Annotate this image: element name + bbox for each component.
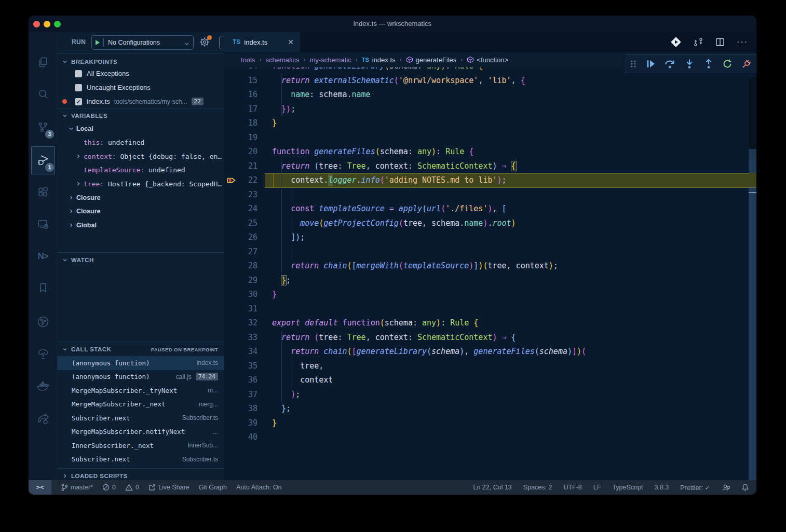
run-code-icon[interactable] xyxy=(670,36,682,48)
call-stack-frame[interactable]: (anonymous function)call.js74:24 xyxy=(57,370,224,384)
split-editor-icon[interactable] xyxy=(715,37,725,47)
code-line[interactable]: 38 }; xyxy=(224,402,756,416)
code-line[interactable]: 29 }; xyxy=(224,274,756,288)
code-line[interactable]: 33 return (tree: Tree, context: Schemati… xyxy=(224,331,756,345)
breadcrumb-item[interactable]: tools xyxy=(241,56,255,64)
code-line[interactable]: 26 ]); xyxy=(224,230,756,245)
code-line[interactable]: 16 name: schema.name xyxy=(224,88,756,102)
code-line[interactable]: 20function generateFiles(schema: any): R… xyxy=(224,145,756,159)
status-item-prettier[interactable]: Prettier: ✓ xyxy=(680,484,710,492)
code-line[interactable]: 34 return chain([generateLibrary(schema)… xyxy=(224,345,756,359)
sidebar-item-remote-explorer[interactable] xyxy=(29,212,57,237)
code-line[interactable]: 23 xyxy=(224,188,756,202)
code-line[interactable]: 39} xyxy=(224,416,756,431)
step-into-icon[interactable] xyxy=(684,58,695,70)
breakpoint-row[interactable]: ✓index.tstools/schematics/my-sch...22 xyxy=(57,94,224,108)
breadcrumb-item[interactable]: <function> xyxy=(467,56,508,64)
code-line[interactable]: 25 move(getProjectConfig(tree, schema.na… xyxy=(224,216,756,231)
start-debug-icon[interactable] xyxy=(96,40,100,45)
status-item-typescript[interactable]: TypeScript xyxy=(612,484,643,491)
launch-config-dropdown[interactable]: No Configurations ⌄ xyxy=(91,35,194,50)
sidebar-item-extensions[interactable] xyxy=(29,180,57,204)
call-stack-frame[interactable]: Subscriber.nextSubscriber.ts xyxy=(57,453,224,467)
code-line[interactable]: 31 xyxy=(224,302,756,317)
variable-row[interactable]: Local xyxy=(57,122,224,136)
remote-indicator[interactable]: >< xyxy=(29,480,51,495)
call-stack-frame[interactable]: InnerSubscriber._nextInnerSub... xyxy=(57,439,224,453)
more-actions-icon[interactable]: ··· xyxy=(737,37,748,47)
breakpoint-row[interactable]: All Exceptions xyxy=(57,66,224,80)
code-editor[interactable]: 14function generateLibrary(schema: any):… xyxy=(224,32,756,480)
variable-row[interactable]: Closure xyxy=(57,191,224,205)
code-line[interactable]: 37 ); xyxy=(224,388,756,402)
code-line[interactable]: 27 xyxy=(224,245,756,260)
code-line[interactable]: 40 xyxy=(224,430,756,445)
sidebar-item-git-graph[interactable] xyxy=(29,309,57,334)
variable-row[interactable]: templateSource: undefined xyxy=(57,163,224,178)
breakpoint-checkbox[interactable] xyxy=(75,84,82,91)
tab-index-ts[interactable]: TS index.ts ✕ xyxy=(224,32,300,52)
close-tab-icon[interactable]: ✕ xyxy=(288,38,294,46)
variables-section-header[interactable]: VARIABLES xyxy=(57,109,224,122)
variable-row[interactable]: Global xyxy=(57,219,224,233)
code-line[interactable]: 19 xyxy=(224,131,756,145)
editor-scrollbar[interactable] xyxy=(749,67,756,480)
breadcrumb-item[interactable]: generateFiles xyxy=(406,56,457,64)
sidebar-item-nx-console[interactable]: N> xyxy=(29,244,57,269)
status-item-utf-8[interactable]: UTF-8 xyxy=(563,484,581,491)
paused-breakpoint-icon[interactable] xyxy=(227,176,236,184)
scrollbar-thumb[interactable] xyxy=(749,149,756,480)
sidebar-item-explorer[interactable] xyxy=(29,50,57,75)
breadcrumb-item[interactable]: schematics xyxy=(265,56,299,64)
status-item[interactable] xyxy=(722,484,730,492)
status-item-live-share[interactable]: Live Share xyxy=(148,484,189,491)
call-stack-section-header[interactable]: CALL STACK PAUSED ON BREAKPOINT xyxy=(57,343,224,356)
code-line[interactable]: 18} xyxy=(224,116,756,131)
step-out-icon[interactable] xyxy=(703,58,714,70)
status-item-0[interactable]: 0 xyxy=(125,484,139,491)
variable-row[interactable]: Closure xyxy=(57,204,224,219)
sidebar-item-run-debug[interactable]: 1 xyxy=(29,148,57,173)
watch-section-header[interactable]: WATCH xyxy=(57,253,224,267)
status-item-spaces-2[interactable]: Spaces: 2 xyxy=(523,484,552,491)
status-item-ln-22-col-13[interactable]: Ln 22, Col 13 xyxy=(473,484,511,491)
code-line[interactable]: 17 }); xyxy=(224,102,756,117)
status-item-3-8-3[interactable]: 3.8.3 xyxy=(654,484,669,491)
variable-row[interactable]: tree: HostTree {_backend: ScopedH… xyxy=(57,177,224,191)
open-changes-icon[interactable] xyxy=(693,37,703,47)
code-line[interactable]: 22 context.logger.info('adding NOTES.md … xyxy=(224,173,756,188)
toolbar-drag-handle[interactable] xyxy=(630,59,637,69)
continue-icon[interactable] xyxy=(645,58,656,70)
call-stack-frame[interactable]: Subscriber.nextSubscriber.ts xyxy=(57,411,224,425)
code-line[interactable]: 21 return (tree: Tree, context: Schemati… xyxy=(224,159,756,174)
breadcrumb-item[interactable]: my-schematic xyxy=(310,56,351,64)
code-line[interactable]: 24 const templateSource = apply(url('./f… xyxy=(224,202,756,216)
variable-row[interactable]: context: Object {debug: false, en… xyxy=(57,149,224,163)
step-over-icon[interactable] xyxy=(663,58,676,70)
configure-gear-button[interactable] xyxy=(199,36,210,48)
call-stack-frame[interactable]: MergeMapSubscriber._tryNextm... xyxy=(57,384,224,398)
breadcrumb-item[interactable]: TSindex.ts xyxy=(362,56,396,64)
breakpoint-checkbox[interactable] xyxy=(75,70,82,77)
sidebar-item-source-control[interactable]: 3 xyxy=(29,115,57,140)
status-item-git-graph[interactable]: Git Graph xyxy=(199,484,227,491)
sidebar-item-search[interactable] xyxy=(29,82,57,107)
variable-row[interactable]: this: undefined xyxy=(57,136,224,150)
sidebar-item-test-explorer[interactable] xyxy=(29,342,57,366)
status-item-lf[interactable]: LF xyxy=(593,484,601,491)
disconnect-icon[interactable] xyxy=(741,58,752,70)
sidebar-item-live-share[interactable] xyxy=(29,406,57,431)
code-line[interactable]: 36 context xyxy=(224,373,756,388)
status-item[interactable] xyxy=(741,483,749,492)
restart-icon[interactable] xyxy=(722,58,733,70)
status-item-master[interactable]: master* xyxy=(61,483,93,492)
code-line[interactable]: 30} xyxy=(224,288,756,302)
sidebar-item-docker[interactable] xyxy=(29,374,57,399)
breakpoint-row[interactable]: Uncaught Exceptions xyxy=(57,80,224,94)
call-stack-frame[interactable]: MergeMapSubscriber._nextmerg... xyxy=(57,398,224,412)
call-stack-frame[interactable]: (anonymous function)index.ts xyxy=(57,356,224,370)
sidebar-item-bookmarks[interactable] xyxy=(29,276,57,301)
code-line[interactable]: 28 return chain([mergeWith(templateSourc… xyxy=(224,259,756,274)
code-line[interactable]: 35 tree, xyxy=(224,359,756,374)
status-item-0[interactable]: 0 xyxy=(102,484,116,491)
